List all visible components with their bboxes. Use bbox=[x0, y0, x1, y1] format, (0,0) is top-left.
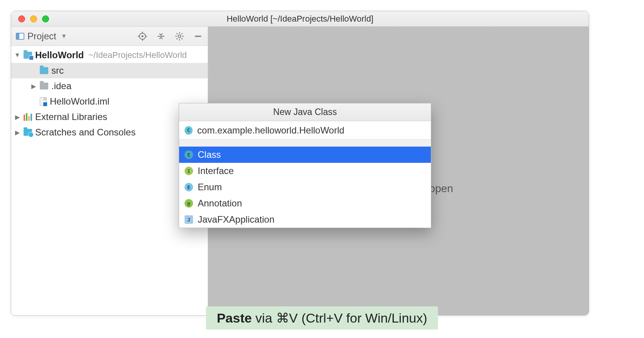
collapse-icon bbox=[157, 32, 165, 41]
tree-node-scratches[interactable]: Scratches and Consoles bbox=[11, 125, 208, 140]
zoom-window-button[interactable] bbox=[42, 15, 49, 22]
svg-line-15 bbox=[181, 33, 183, 34]
project-tree[interactable]: HelloWorld ~/IdeaProjects/HelloWorld src… bbox=[11, 46, 208, 315]
popup-separator bbox=[179, 140, 431, 147]
option-label: JavaFXApplication bbox=[198, 214, 275, 225]
javafx-badge-icon: J bbox=[185, 215, 193, 224]
iml-file-icon bbox=[40, 97, 47, 106]
window-title: HelloWorld [~/IdeaProjects/HelloWorld] bbox=[11, 14, 589, 24]
module-folder-icon bbox=[24, 52, 32, 59]
class-badge-icon: C bbox=[185, 150, 193, 159]
close-window-button[interactable] bbox=[18, 15, 25, 22]
project-view-icon bbox=[16, 33, 24, 40]
hide-button[interactable] bbox=[193, 31, 203, 41]
tree-node-label: External Libraries bbox=[35, 112, 107, 122]
target-icon bbox=[138, 32, 147, 41]
option-annotation[interactable]: @ Annotation bbox=[179, 195, 431, 211]
class-badge-icon: C bbox=[185, 126, 193, 135]
minimize-icon bbox=[194, 32, 202, 41]
gear-icon bbox=[175, 32, 184, 41]
option-interface[interactable]: I Interface bbox=[179, 163, 431, 179]
libraries-icon bbox=[24, 113, 32, 121]
option-javafx[interactable]: J JavaFXApplication bbox=[179, 211, 431, 228]
collapse-all-button[interactable] bbox=[156, 31, 166, 41]
tree-node-external-libraries[interactable]: External Libraries bbox=[11, 109, 208, 125]
option-class[interactable]: C Class bbox=[179, 147, 431, 163]
tree-node-path: ~/IdeaProjects/HelloWorld bbox=[88, 50, 187, 60]
folder-icon bbox=[40, 83, 48, 90]
source-folder-icon bbox=[40, 67, 48, 74]
tree-node-label: .idea bbox=[51, 81, 71, 91]
option-enum[interactable]: E Enum bbox=[179, 179, 431, 195]
ide-window: HelloWorld [~/IdeaProjects/HelloWorld] P… bbox=[11, 11, 589, 316]
svg-line-13 bbox=[181, 38, 183, 39]
expand-arrow-icon[interactable] bbox=[14, 113, 20, 121]
svg-line-12 bbox=[176, 33, 178, 34]
tree-node-label: src bbox=[51, 65, 64, 76]
tree-node-src[interactable]: src bbox=[11, 63, 208, 78]
popup-title: New Java Class bbox=[179, 103, 431, 121]
sidebar-header: Project ▼ bbox=[11, 27, 208, 46]
sidebar-toolbar bbox=[137, 31, 203, 41]
tree-node-project-root[interactable]: HelloWorld ~/IdeaProjects/HelloWorld bbox=[11, 47, 208, 63]
annotation-badge-icon: @ bbox=[185, 199, 193, 208]
chevron-down-icon: ▼ bbox=[61, 33, 67, 40]
expand-arrow-icon[interactable] bbox=[14, 52, 20, 59]
tree-node-idea[interactable]: .idea bbox=[11, 78, 208, 94]
expand-arrow-icon[interactable] bbox=[14, 129, 20, 136]
locate-button[interactable] bbox=[137, 31, 147, 41]
tree-node-label: HelloWorld bbox=[35, 50, 84, 61]
keyboard-hint-banner: Paste via ⌘V (Ctrl+V for Win/Linux) bbox=[206, 306, 438, 330]
svg-point-7 bbox=[178, 35, 181, 37]
window-controls bbox=[18, 15, 49, 22]
interface-badge-icon: I bbox=[185, 167, 193, 175]
enum-badge-icon: E bbox=[185, 183, 193, 191]
option-label: Annotation bbox=[198, 198, 242, 209]
hint-rest: via ⌘V (Ctrl+V for Win/Linux) bbox=[252, 311, 427, 325]
class-name-input[interactable] bbox=[197, 125, 425, 136]
minimize-window-button[interactable] bbox=[30, 15, 37, 22]
expand-arrow-icon[interactable] bbox=[31, 83, 37, 90]
class-name-row[interactable]: C bbox=[179, 121, 431, 140]
option-label: Interface bbox=[198, 166, 234, 176]
option-label: Enum bbox=[198, 182, 222, 193]
option-label: Class bbox=[198, 149, 221, 160]
settings-button[interactable] bbox=[175, 31, 185, 41]
svg-point-1 bbox=[142, 35, 144, 37]
tree-node-label: HelloWorld.iml bbox=[50, 96, 109, 107]
svg-line-14 bbox=[176, 38, 178, 39]
tree-node-iml[interactable]: HelloWorld.iml bbox=[11, 94, 208, 109]
hint-strong: Paste bbox=[217, 311, 252, 325]
titlebar: HelloWorld [~/IdeaProjects/HelloWorld] bbox=[11, 11, 589, 27]
project-view-label: Project bbox=[27, 31, 56, 42]
new-class-popup: New Java Class C C Class I Interface E E… bbox=[179, 103, 431, 228]
project-view-switcher[interactable]: Project ▼ bbox=[16, 31, 67, 42]
scratches-icon bbox=[24, 129, 32, 136]
tree-node-label: Scratches and Consoles bbox=[35, 127, 136, 138]
